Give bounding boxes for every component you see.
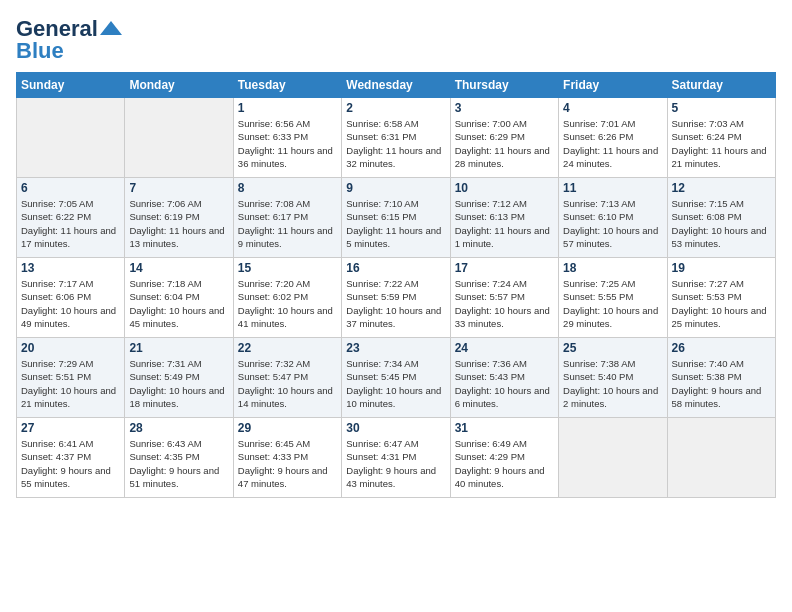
- header-day-tuesday: Tuesday: [233, 73, 341, 98]
- day-cell: 8Sunrise: 7:08 AM Sunset: 6:17 PM Daylig…: [233, 178, 341, 258]
- day-number: 3: [455, 101, 554, 115]
- day-cell: [667, 418, 775, 498]
- day-detail: Sunrise: 7:10 AM Sunset: 6:15 PM Dayligh…: [346, 197, 445, 250]
- day-detail: Sunrise: 6:45 AM Sunset: 4:33 PM Dayligh…: [238, 437, 337, 490]
- day-detail: Sunrise: 7:36 AM Sunset: 5:43 PM Dayligh…: [455, 357, 554, 410]
- week-row-5: 27Sunrise: 6:41 AM Sunset: 4:37 PM Dayli…: [17, 418, 776, 498]
- day-detail: Sunrise: 7:13 AM Sunset: 6:10 PM Dayligh…: [563, 197, 662, 250]
- day-number: 20: [21, 341, 120, 355]
- day-number: 27: [21, 421, 120, 435]
- day-detail: Sunrise: 7:12 AM Sunset: 6:13 PM Dayligh…: [455, 197, 554, 250]
- day-cell: 18Sunrise: 7:25 AM Sunset: 5:55 PM Dayli…: [559, 258, 667, 338]
- day-number: 14: [129, 261, 228, 275]
- day-number: 9: [346, 181, 445, 195]
- day-detail: Sunrise: 7:00 AM Sunset: 6:29 PM Dayligh…: [455, 117, 554, 170]
- header-day-saturday: Saturday: [667, 73, 775, 98]
- header-day-sunday: Sunday: [17, 73, 125, 98]
- day-detail: Sunrise: 7:38 AM Sunset: 5:40 PM Dayligh…: [563, 357, 662, 410]
- day-cell: 28Sunrise: 6:43 AM Sunset: 4:35 PM Dayli…: [125, 418, 233, 498]
- day-number: 7: [129, 181, 228, 195]
- day-detail: Sunrise: 7:20 AM Sunset: 6:02 PM Dayligh…: [238, 277, 337, 330]
- day-number: 15: [238, 261, 337, 275]
- day-cell: 23Sunrise: 7:34 AM Sunset: 5:45 PM Dayli…: [342, 338, 450, 418]
- day-cell: 1Sunrise: 6:56 AM Sunset: 6:33 PM Daylig…: [233, 98, 341, 178]
- day-number: 2: [346, 101, 445, 115]
- day-cell: 21Sunrise: 7:31 AM Sunset: 5:49 PM Dayli…: [125, 338, 233, 418]
- day-cell: 10Sunrise: 7:12 AM Sunset: 6:13 PM Dayli…: [450, 178, 558, 258]
- day-cell: 4Sunrise: 7:01 AM Sunset: 6:26 PM Daylig…: [559, 98, 667, 178]
- header-day-thursday: Thursday: [450, 73, 558, 98]
- day-cell: 15Sunrise: 7:20 AM Sunset: 6:02 PM Dayli…: [233, 258, 341, 338]
- day-number: 23: [346, 341, 445, 355]
- day-number: 11: [563, 181, 662, 195]
- day-detail: Sunrise: 7:34 AM Sunset: 5:45 PM Dayligh…: [346, 357, 445, 410]
- day-detail: Sunrise: 6:58 AM Sunset: 6:31 PM Dayligh…: [346, 117, 445, 170]
- day-detail: Sunrise: 7:31 AM Sunset: 5:49 PM Dayligh…: [129, 357, 228, 410]
- day-cell: 13Sunrise: 7:17 AM Sunset: 6:06 PM Dayli…: [17, 258, 125, 338]
- day-detail: Sunrise: 7:08 AM Sunset: 6:17 PM Dayligh…: [238, 197, 337, 250]
- day-number: 22: [238, 341, 337, 355]
- day-number: 21: [129, 341, 228, 355]
- day-detail: Sunrise: 7:24 AM Sunset: 5:57 PM Dayligh…: [455, 277, 554, 330]
- day-cell: 6Sunrise: 7:05 AM Sunset: 6:22 PM Daylig…: [17, 178, 125, 258]
- day-cell: 5Sunrise: 7:03 AM Sunset: 6:24 PM Daylig…: [667, 98, 775, 178]
- header-day-friday: Friday: [559, 73, 667, 98]
- day-cell: 11Sunrise: 7:13 AM Sunset: 6:10 PM Dayli…: [559, 178, 667, 258]
- day-number: 4: [563, 101, 662, 115]
- day-cell: 31Sunrise: 6:49 AM Sunset: 4:29 PM Dayli…: [450, 418, 558, 498]
- day-cell: 14Sunrise: 7:18 AM Sunset: 6:04 PM Dayli…: [125, 258, 233, 338]
- day-cell: 29Sunrise: 6:45 AM Sunset: 4:33 PM Dayli…: [233, 418, 341, 498]
- day-number: 12: [672, 181, 771, 195]
- logo-blue: Blue: [16, 38, 64, 64]
- day-detail: Sunrise: 7:15 AM Sunset: 6:08 PM Dayligh…: [672, 197, 771, 250]
- day-detail: Sunrise: 7:27 AM Sunset: 5:53 PM Dayligh…: [672, 277, 771, 330]
- day-cell: 19Sunrise: 7:27 AM Sunset: 5:53 PM Dayli…: [667, 258, 775, 338]
- day-number: 26: [672, 341, 771, 355]
- day-detail: Sunrise: 7:32 AM Sunset: 5:47 PM Dayligh…: [238, 357, 337, 410]
- week-row-2: 6Sunrise: 7:05 AM Sunset: 6:22 PM Daylig…: [17, 178, 776, 258]
- day-number: 17: [455, 261, 554, 275]
- day-detail: Sunrise: 7:01 AM Sunset: 6:26 PM Dayligh…: [563, 117, 662, 170]
- day-number: 31: [455, 421, 554, 435]
- day-cell: 25Sunrise: 7:38 AM Sunset: 5:40 PM Dayli…: [559, 338, 667, 418]
- day-cell: [559, 418, 667, 498]
- week-row-3: 13Sunrise: 7:17 AM Sunset: 6:06 PM Dayli…: [17, 258, 776, 338]
- day-cell: 24Sunrise: 7:36 AM Sunset: 5:43 PM Dayli…: [450, 338, 558, 418]
- header: General Blue: [16, 16, 776, 64]
- day-detail: Sunrise: 7:29 AM Sunset: 5:51 PM Dayligh…: [21, 357, 120, 410]
- day-number: 16: [346, 261, 445, 275]
- day-cell: 17Sunrise: 7:24 AM Sunset: 5:57 PM Dayli…: [450, 258, 558, 338]
- day-number: 19: [672, 261, 771, 275]
- day-cell: [125, 98, 233, 178]
- day-detail: Sunrise: 6:49 AM Sunset: 4:29 PM Dayligh…: [455, 437, 554, 490]
- day-cell: 2Sunrise: 6:58 AM Sunset: 6:31 PM Daylig…: [342, 98, 450, 178]
- header-row: SundayMondayTuesdayWednesdayThursdayFrid…: [17, 73, 776, 98]
- day-number: 25: [563, 341, 662, 355]
- header-day-monday: Monday: [125, 73, 233, 98]
- week-row-1: 1Sunrise: 6:56 AM Sunset: 6:33 PM Daylig…: [17, 98, 776, 178]
- day-detail: Sunrise: 7:22 AM Sunset: 5:59 PM Dayligh…: [346, 277, 445, 330]
- day-cell: 20Sunrise: 7:29 AM Sunset: 5:51 PM Dayli…: [17, 338, 125, 418]
- day-cell: 26Sunrise: 7:40 AM Sunset: 5:38 PM Dayli…: [667, 338, 775, 418]
- day-number: 10: [455, 181, 554, 195]
- day-cell: 7Sunrise: 7:06 AM Sunset: 6:19 PM Daylig…: [125, 178, 233, 258]
- day-detail: Sunrise: 6:43 AM Sunset: 4:35 PM Dayligh…: [129, 437, 228, 490]
- day-cell: 22Sunrise: 7:32 AM Sunset: 5:47 PM Dayli…: [233, 338, 341, 418]
- day-cell: 16Sunrise: 7:22 AM Sunset: 5:59 PM Dayli…: [342, 258, 450, 338]
- day-number: 28: [129, 421, 228, 435]
- day-cell: 9Sunrise: 7:10 AM Sunset: 6:15 PM Daylig…: [342, 178, 450, 258]
- day-cell: 3Sunrise: 7:00 AM Sunset: 6:29 PM Daylig…: [450, 98, 558, 178]
- day-cell: [17, 98, 125, 178]
- day-detail: Sunrise: 7:17 AM Sunset: 6:06 PM Dayligh…: [21, 277, 120, 330]
- day-detail: Sunrise: 6:56 AM Sunset: 6:33 PM Dayligh…: [238, 117, 337, 170]
- day-detail: Sunrise: 7:25 AM Sunset: 5:55 PM Dayligh…: [563, 277, 662, 330]
- day-detail: Sunrise: 6:47 AM Sunset: 4:31 PM Dayligh…: [346, 437, 445, 490]
- day-detail: Sunrise: 6:41 AM Sunset: 4:37 PM Dayligh…: [21, 437, 120, 490]
- day-detail: Sunrise: 7:03 AM Sunset: 6:24 PM Dayligh…: [672, 117, 771, 170]
- header-day-wednesday: Wednesday: [342, 73, 450, 98]
- calendar-table: SundayMondayTuesdayWednesdayThursdayFrid…: [16, 72, 776, 498]
- week-row-4: 20Sunrise: 7:29 AM Sunset: 5:51 PM Dayli…: [17, 338, 776, 418]
- day-number: 24: [455, 341, 554, 355]
- day-cell: 12Sunrise: 7:15 AM Sunset: 6:08 PM Dayli…: [667, 178, 775, 258]
- day-number: 18: [563, 261, 662, 275]
